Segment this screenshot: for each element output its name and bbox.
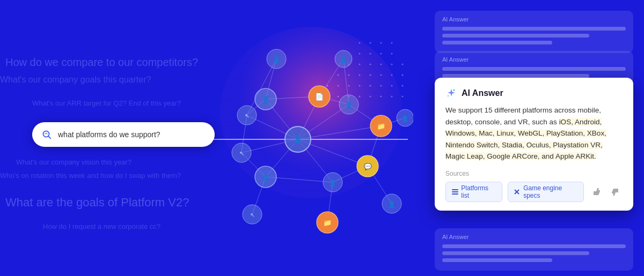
bg-question-2: What's our company goals this quarter? [0, 75, 151, 85]
svg-point-24 [348, 85, 350, 87]
svg-text:↖: ↖ [239, 150, 244, 156]
svg-point-19 [380, 74, 382, 76]
svg-point-32 [338, 96, 339, 98]
svg-text:👤: 👤 [294, 135, 303, 144]
svg-point-4 [391, 42, 393, 44]
svg-point-37 [391, 96, 393, 98]
svg-point-8 [391, 53, 393, 55]
sources-row: Platforms list Game engine specs [445, 182, 623, 202]
svg-point-38 [402, 96, 404, 98]
bg-question-4: What's our company vision this year? [16, 158, 131, 166]
svg-point-11 [370, 64, 371, 65]
svg-point-17 [359, 74, 361, 76]
ghost-card-bottom: AI Answer [435, 228, 633, 271]
svg-text:👤: 👤 [388, 200, 396, 208]
svg-point-7 [380, 53, 382, 55]
ai-cards-area: AI Answer AI Answer AI Answer We support… [408, 0, 644, 276]
main-ai-answer-card: AI Answer We support 15 different platfo… [435, 78, 633, 211]
svg-point-12 [380, 64, 382, 65]
svg-point-23 [338, 85, 339, 87]
sources-label: Sources [445, 170, 623, 177]
cross-icon [514, 188, 521, 196]
ghost-card-top: AI Answer [435, 11, 633, 53]
thumbs-down-button[interactable] [608, 184, 623, 199]
svg-point-99 [453, 89, 455, 91]
svg-point-13 [391, 64, 393, 65]
svg-text:👤: 👤 [340, 56, 347, 63]
svg-point-15 [338, 74, 339, 76]
svg-text:👤: 👤 [345, 101, 353, 109]
svg-point-16 [348, 74, 350, 76]
feedback-icons [589, 184, 623, 199]
svg-point-28 [391, 85, 393, 87]
svg-text:↖: ↖ [250, 212, 255, 218]
bg-question-7: How do I request a new corporate cc? [43, 222, 160, 230]
bg-question-5: Who's on rotation this week and how do I… [0, 171, 181, 180]
svg-point-26 [370, 85, 371, 87]
svg-point-20 [391, 74, 393, 76]
game-engine-specs-label: Game engine specs [523, 184, 578, 199]
ghost-card-bottom-label: AI Answer [442, 234, 626, 240]
svg-text:↖: ↖ [245, 113, 250, 119]
svg-rect-103 [452, 193, 458, 195]
ghost-card-second-label: AI Answer [442, 56, 626, 63]
svg-point-18 [370, 74, 371, 76]
search-query-text: what platforms do we support? [58, 130, 204, 139]
svg-point-36 [380, 96, 382, 98]
list-icon [451, 188, 458, 196]
highlighted-platforms: iOS, Android, Windows, Mac, Linux, WebGL… [445, 118, 606, 161]
svg-point-6 [370, 53, 371, 55]
svg-point-25 [359, 85, 361, 87]
svg-rect-101 [452, 189, 458, 190]
svg-point-5 [359, 53, 361, 55]
svg-rect-102 [452, 191, 458, 192]
platforms-list-label: Platforms list [461, 184, 496, 199]
svg-text:👤: 👤 [262, 173, 270, 181]
ai-card-body: We support 15 different platforms across… [445, 105, 623, 162]
ai-sparkle-icon [445, 87, 457, 99]
svg-point-1 [359, 42, 361, 44]
svg-point-10 [359, 64, 361, 65]
svg-point-2 [370, 42, 371, 44]
svg-point-21 [402, 74, 404, 76]
svg-text:📁: 📁 [377, 122, 386, 131]
svg-text:👤: 👤 [262, 95, 270, 103]
svg-text:📄: 📄 [315, 92, 324, 101]
ghost-card-top-label: AI Answer [442, 16, 626, 23]
search-bar[interactable]: what platforms do we support? [32, 122, 215, 147]
svg-text:📁: 📁 [323, 218, 332, 227]
bg-question-6: What are the goals of Platform V2? [5, 196, 189, 210]
svg-text:👤: 👤 [329, 179, 336, 187]
svg-point-14 [402, 64, 404, 65]
svg-point-100 [448, 95, 449, 96]
svg-point-29 [402, 85, 404, 87]
ai-card-title: AI Answer [462, 88, 503, 98]
bg-question-3: What's our ARR target for Q2? End of thi… [32, 99, 181, 107]
thumbs-up-button[interactable] [589, 184, 604, 199]
bg-question-1: How do we compare to our competitors? [5, 56, 198, 69]
ai-card-header: AI Answer [445, 87, 623, 99]
source-chip-platforms[interactable]: Platforms list [445, 182, 502, 202]
svg-text:👤: 👤 [273, 55, 281, 63]
svg-text:💬: 💬 [364, 162, 372, 170]
network-graph: 👤 👤 ↖ 👤 📄 👤 👤 [182, 11, 413, 268]
svg-point-34 [359, 96, 361, 98]
search-icon [41, 129, 53, 140]
source-chip-game-engine[interactable]: Game engine specs [508, 182, 584, 202]
svg-point-27 [380, 85, 382, 87]
svg-point-3 [380, 42, 382, 44]
svg-point-35 [370, 96, 371, 98]
